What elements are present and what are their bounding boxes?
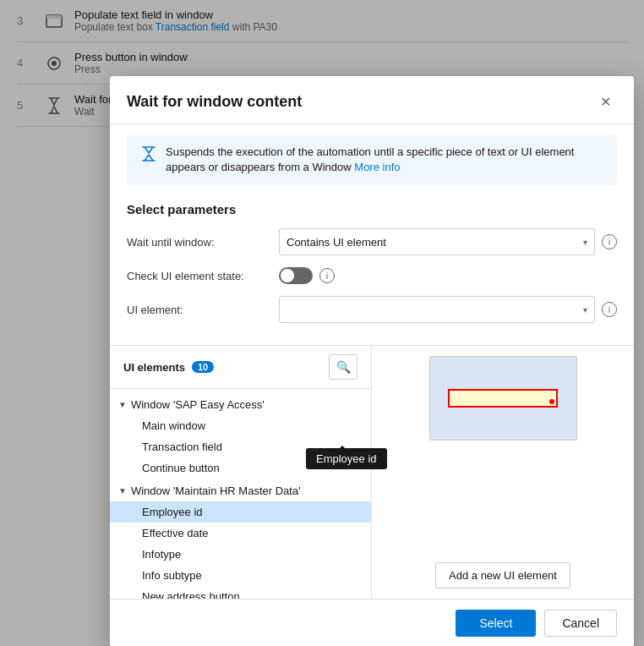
wait-until-row: Wait until window: Contains UI element ▾… (127, 228, 617, 255)
ui-element-row: UI element: ▾ i (127, 296, 617, 323)
preview-corner (549, 399, 554, 404)
tree-item-employee-id[interactable]: Employee id (110, 501, 371, 523)
ui-elements-right: Add a new UI element (372, 346, 634, 599)
tree-item-info-subtype[interactable]: Info subtype (110, 565, 371, 586)
preview-input-highlight (448, 389, 558, 408)
check-state-row: Check UI element state: i (127, 267, 617, 284)
ui-element-dropdown[interactable]: ▾ (279, 296, 595, 323)
tooltip-text: Employee id (316, 452, 377, 465)
ui-element-label: UI element: (127, 304, 270, 316)
params-title: Select parameters (127, 202, 617, 216)
tree-item-effective-date[interactable]: Effective date (110, 523, 371, 544)
toggle-wrap (279, 267, 313, 284)
wait-for-window-modal: Wait for window content ✕ Suspends the e… (110, 76, 634, 646)
modal-header: Wait for window content ✕ (110, 76, 634, 124)
close-button[interactable]: ✕ (593, 90, 617, 113)
check-state-control: i (279, 267, 617, 284)
tree-item-main-window[interactable]: Main window (110, 415, 371, 436)
ui-elements-label: UI elements (123, 361, 185, 374)
check-state-info[interactable]: i (319, 268, 335, 283)
check-state-toggle[interactable] (279, 267, 313, 284)
ui-elements-tree: ▼ Window 'SAP Easy Access' Main window T… (110, 389, 371, 599)
search-button[interactable]: 🔍 (329, 354, 357, 380)
tree-item-infotype[interactable]: Infotype (110, 544, 371, 565)
wait-until-label: Wait until window: (127, 236, 270, 249)
modal-footer: Select Cancel (110, 599, 634, 646)
ui-elements-panel: UI elements 10 🔍 ▼ Window 'SAP Easy Acce… (110, 345, 634, 599)
hourglass-info-icon (140, 145, 157, 162)
check-state-label: Check UI element state: (127, 270, 270, 282)
tree-group-sap-label: Window 'SAP Easy Access' (131, 398, 265, 411)
ui-elements-count: 10 (192, 361, 214, 373)
tree-item-new-address-button[interactable]: New address button (110, 586, 371, 599)
ui-element-caret: ▾ (583, 305, 587, 315)
wait-until-caret: ▾ (583, 238, 587, 247)
params-section: Select parameters Wait until window: Con… (110, 195, 634, 345)
tree-group-sap-caret: ▼ (118, 400, 127, 409)
wait-until-value: Contains UI element (287, 236, 386, 249)
wait-until-control: Contains UI element ▾ i (279, 228, 617, 255)
toggle-knob (281, 269, 294, 282)
tree-group-hr-label: Window 'Maintain HR Master Data' (131, 484, 301, 497)
ui-elements-header: UI elements 10 🔍 (110, 346, 371, 389)
element-preview (429, 356, 577, 441)
modal-title: Wait for window content (127, 93, 302, 111)
cancel-button[interactable]: Cancel (544, 610, 617, 637)
select-button[interactable]: Select (456, 610, 536, 637)
ui-element-control: ▾ i (279, 296, 617, 323)
tree-group-sap-header[interactable]: ▼ Window 'SAP Easy Access' (110, 394, 371, 415)
more-info-link[interactable]: More info (354, 161, 400, 173)
info-banner-text: Suspends the execution of the automation… (166, 145, 603, 175)
info-banner: Suspends the execution of the automation… (127, 134, 617, 185)
ui-elements-left: UI elements 10 🔍 ▼ Window 'SAP Easy Acce… (110, 346, 372, 599)
employee-id-tooltip: Employee id (306, 448, 387, 469)
tree-group-hr: ▼ Window 'Maintain HR Master Data' Emplo… (110, 480, 371, 599)
ui-element-info[interactable]: i (602, 302, 617, 317)
add-ui-element-button[interactable]: Add a new UI element (435, 562, 570, 589)
wait-until-dropdown[interactable]: Contains UI element ▾ (279, 228, 595, 255)
wait-until-info[interactable]: i (602, 234, 617, 249)
tree-group-hr-header[interactable]: ▼ Window 'Maintain HR Master Data' (110, 480, 371, 501)
tree-group-hr-caret: ▼ (118, 486, 127, 495)
